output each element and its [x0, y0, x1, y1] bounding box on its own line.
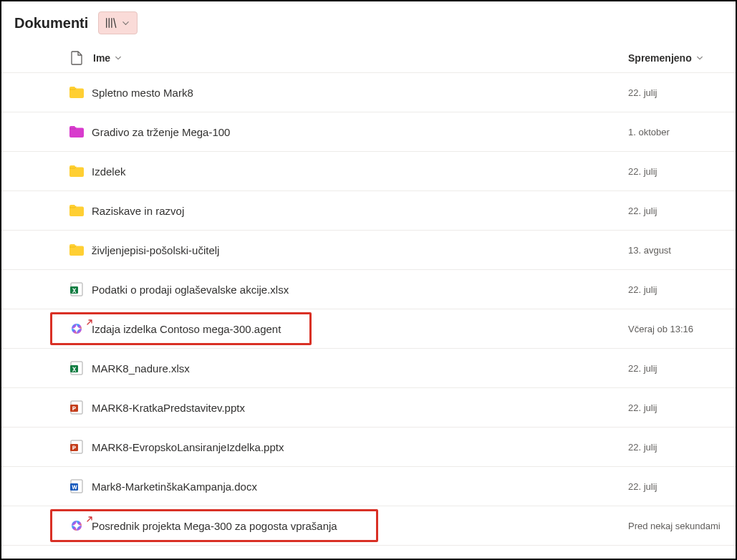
file-name[interactable]: MARK8-KratkaPredstavitev.pptx [92, 402, 628, 414]
list-item[interactable]: Izdaja izdelka Contoso mega-300.agent Vč… [1, 309, 736, 349]
list-item[interactable]: Posrednik projekta Mega-300 za pogosta v… [1, 506, 736, 546]
file-type-icon [62, 204, 92, 217]
svg-rect-7 [70, 444, 78, 451]
chevron-down-icon [115, 54, 122, 62]
column-header-modified[interactable]: Spremenjeno [628, 52, 736, 64]
file-modified: 22. julij [628, 206, 736, 216]
svg-rect-5 [70, 405, 78, 412]
column-header-file-type[interactable] [62, 51, 92, 65]
file-name[interactable]: Raziskave in razvoj [92, 205, 628, 217]
copilot-icon [69, 518, 84, 533]
file-modified: 22. julij [628, 284, 736, 295]
list-item[interactable]: Mark8-MarketinškaKampanja.docx22. julij [1, 467, 736, 506]
file-type-icon [62, 282, 92, 296]
folder-icon [69, 243, 85, 256]
chevron-down-icon [122, 19, 130, 27]
folder-icon [69, 204, 85, 217]
shared-indicator [86, 318, 95, 327]
list-item[interactable]: življenjepisi-pošolski-učitelj13. avgust [1, 231, 736, 270]
file-type-icon [62, 440, 92, 454]
list-item[interactable]: MARK8-KratkaPredstavitev.pptx22. julij [1, 388, 736, 428]
folder-icon [69, 125, 85, 138]
library-icon [105, 16, 117, 29]
file-name[interactable]: Posrednik projekta Mega-300 za pogosta v… [92, 520, 628, 532]
list-item[interactable]: Podatki o prodaji oglaševalske akcije.xl… [1, 270, 736, 309]
file-modified: 22. julij [628, 166, 736, 177]
file-modified: 22. julij [628, 402, 736, 413]
column-header-name[interactable]: Ime [92, 52, 628, 64]
powerpoint-file-icon [70, 440, 83, 454]
library-header: Dokumenti [1, 1, 736, 43]
file-modified: 22. julij [628, 442, 736, 453]
file-icon [71, 51, 83, 65]
word-file-icon [70, 479, 83, 493]
file-name[interactable]: Spletno mesto Mark8 [92, 87, 628, 99]
list-item[interactable]: Izdelek22. julij [1, 152, 736, 191]
file-type-icon [62, 165, 92, 178]
column-header-row: Ime Spremenjeno [1, 43, 736, 73]
shared-arrow-icon [86, 318, 95, 327]
file-modified: 22. julij [628, 481, 736, 492]
file-name[interactable]: Podatki o prodaji oglaševalske akcije.xl… [92, 284, 628, 296]
folder-icon [69, 165, 85, 178]
file-list: Spletno mesto Mark822. julij Gradivo za … [1, 73, 736, 546]
file-modified: 1. oktober [628, 127, 736, 137]
file-modified: 22. julij [628, 363, 736, 374]
file-type-icon [62, 479, 92, 493]
list-item[interactable]: Raziskave in razvoj22. julij [1, 191, 736, 231]
file-name[interactable]: MARK8_nadure.xlsx [92, 362, 628, 375]
powerpoint-file-icon [70, 400, 83, 415]
file-type-icon [62, 400, 92, 415]
file-name[interactable]: Izdelek [92, 165, 628, 178]
file-type-icon [62, 361, 92, 375]
excel-file-icon [70, 361, 83, 375]
file-modified: Včeraj ob 13:16 [628, 324, 736, 334]
column-header-modified-label: Spremenjeno [628, 52, 692, 64]
file-modified: Pred nekaj sekundami [628, 521, 736, 531]
list-item[interactable]: Gradivo za trženje Mega-1001. oktober [1, 112, 736, 152]
list-item[interactable]: Spletno mesto Mark822. julij [1, 73, 736, 112]
file-type-icon [62, 243, 92, 256]
file-name[interactable]: življenjepisi-pošolski-učitelj [92, 244, 628, 256]
shared-indicator [86, 515, 95, 523]
list-item[interactable]: MARK8-EvropskoLansiranjeIzdelka.pptx22. … [1, 428, 736, 467]
shared-arrow-icon [86, 515, 95, 523]
view-switch-button[interactable] [98, 11, 138, 34]
list-item[interactable]: MARK8_nadure.xlsx22. julij [1, 349, 736, 388]
file-type-icon [62, 86, 92, 99]
excel-file-icon [70, 282, 83, 296]
file-name[interactable]: MARK8-EvropskoLansiranjeIzdelka.pptx [92, 441, 628, 453]
column-header-name-label: Ime [93, 52, 110, 64]
folder-icon [69, 86, 85, 99]
file-name[interactable]: Gradivo za trženje Mega-100 [92, 126, 628, 138]
copilot-icon [69, 322, 84, 336]
file-name[interactable]: Izdaja izdelka Contoso mega-300.agent [92, 323, 628, 335]
file-modified: 13. avgust [628, 245, 736, 256]
chevron-down-icon [696, 54, 703, 62]
library-title: Dokumenti [14, 15, 88, 32]
file-modified: 22. julij [628, 87, 736, 98]
file-type-icon [62, 125, 92, 138]
file-name[interactable]: Mark8-MarketinškaKampanja.docx [92, 481, 628, 493]
